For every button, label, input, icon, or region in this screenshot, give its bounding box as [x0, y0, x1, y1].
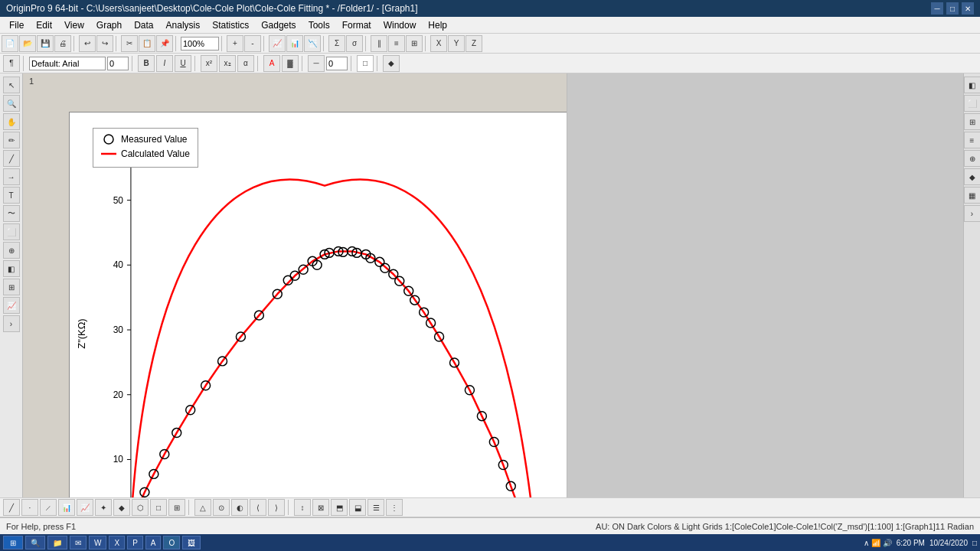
bt-dash-tool[interactable]: ⟋ — [40, 499, 57, 516]
symbol-btn[interactable]: α — [237, 55, 254, 72]
z-btn[interactable]: Z — [466, 35, 482, 52]
bt-rect-tool[interactable]: □ — [150, 499, 167, 516]
file-explorer-button[interactable]: 📁 — [47, 536, 67, 549]
rs-btn8[interactable]: › — [964, 205, 981, 222]
menu-item-window[interactable]: Window — [377, 18, 423, 32]
menu-item-format[interactable]: Format — [336, 18, 377, 32]
graph-container[interactable]: Measured Value Calculated Value — [69, 112, 567, 497]
bt-dot-tool[interactable]: · — [21, 499, 38, 516]
bt-checkboard-tool[interactable]: ⊠ — [312, 499, 329, 516]
italic-btn[interactable]: I — [156, 55, 173, 72]
close-button[interactable]: ✕ — [962, 2, 974, 15]
table-tool[interactable]: ⊞ — [3, 279, 20, 295]
bt-menu-tool[interactable]: ☰ — [368, 499, 384, 516]
rs-btn1[interactable]: ◧ — [964, 77, 981, 93]
graph-tool[interactable]: 📈 — [3, 297, 20, 314]
menu-item-data[interactable]: Data — [128, 18, 159, 32]
text-tool[interactable]: T — [3, 187, 20, 204]
bold-btn[interactable]: B — [138, 55, 155, 72]
start-button[interactable]: ⊞ — [3, 536, 23, 549]
search-button[interactable]: 🔍 — [25, 536, 45, 549]
paste-btn[interactable]: 📌 — [156, 35, 173, 52]
pointer-tool[interactable]: ↖ — [3, 77, 20, 93]
bt-updown-tool[interactable]: ↕ — [294, 499, 311, 516]
fmt-btn1[interactable]: ¶ — [3, 55, 20, 72]
mask-tool[interactable]: ◧ — [3, 260, 20, 277]
bt-dots-tool[interactable]: ⋮ — [386, 499, 403, 516]
menu-item-gadgets[interactable]: Gadgets — [255, 18, 302, 32]
new-btn[interactable]: 📄 — [2, 35, 18, 52]
menu-item-graph[interactable]: Graph — [90, 18, 128, 32]
redo-btn[interactable]: ↪ — [96, 35, 113, 52]
rs-btn6[interactable]: ◆ — [964, 168, 981, 185]
rs-btn7[interactable]: ▦ — [964, 187, 981, 204]
subscript-btn[interactable]: x₂ — [219, 55, 236, 72]
x-btn[interactable]: X — [430, 35, 447, 52]
color-btn[interactable]: A — [263, 55, 280, 72]
bt-line-tool[interactable]: ╱ — [3, 499, 20, 516]
zoom-in-btn[interactable]: + — [227, 35, 243, 52]
bt-hist-tool[interactable]: 📈 — [77, 499, 93, 516]
word-button[interactable]: W — [89, 536, 106, 549]
save-btn[interactable]: 💾 — [37, 35, 54, 52]
maximize-button[interactable]: □ — [946, 2, 959, 15]
nav-right-tool[interactable]: › — [3, 315, 20, 332]
ppt-button[interactable]: P — [127, 536, 143, 549]
bt-circ-tool[interactable]: ⊙ — [213, 499, 230, 516]
bt-half-tool[interactable]: ◐ — [231, 499, 248, 516]
fill-color-btn[interactable]: □ — [357, 55, 374, 72]
line-style-btn[interactable]: ─ — [308, 55, 325, 72]
rs-btn3[interactable]: ⊞ — [964, 113, 981, 130]
bt-hex-tool[interactable]: ⬡ — [132, 499, 149, 516]
menu-item-statistics[interactable]: Statistics — [206, 18, 255, 32]
y-btn[interactable]: Y — [448, 35, 465, 52]
zoom-tool[interactable]: 🔍 — [3, 95, 20, 112]
menu-item-file[interactable]: File — [3, 18, 30, 32]
region-tool[interactable]: ⬜ — [3, 223, 20, 240]
menu-item-help[interactable]: Help — [422, 18, 453, 32]
zoom-out-btn[interactable]: - — [244, 35, 261, 52]
undo-btn[interactable]: ↩ — [79, 35, 96, 52]
data-tool[interactable]: ⊕ — [3, 242, 20, 259]
linewidth-input[interactable] — [326, 57, 348, 70]
menu-item-analysis[interactable]: Analysis — [160, 18, 207, 32]
col-btn1[interactable]: ∥ — [371, 35, 387, 52]
bt-hatch-tool[interactable]: ⬒ — [331, 499, 348, 516]
font-select[interactable] — [29, 57, 106, 70]
rs-btn4[interactable]: ≡ — [964, 132, 981, 148]
zoom-input[interactable] — [181, 37, 219, 51]
cut-btn[interactable]: ✂ — [121, 35, 138, 52]
email-button[interactable]: ✉ — [70, 536, 87, 549]
marker-btn[interactable]: ◆ — [383, 55, 400, 72]
line-tool[interactable]: ╱ — [3, 150, 20, 167]
bt-bar-tool[interactable]: 📊 — [58, 499, 75, 516]
analysis-btn[interactable]: Σ — [328, 35, 345, 52]
highlight-btn[interactable]: ▓ — [282, 55, 299, 72]
underline-btn[interactable]: U — [175, 55, 191, 72]
bt-diamond-tool[interactable]: ◆ — [113, 499, 130, 516]
rs-btn2[interactable]: ⬜ — [964, 95, 981, 112]
bt-star-tool[interactable]: ✦ — [95, 499, 112, 516]
fontsize-input[interactable] — [107, 57, 129, 70]
graph-btn3[interactable]: 📉 — [304, 35, 321, 52]
bt-right-tool[interactable]: ⟩ — [268, 499, 285, 516]
taskbar-notif[interactable]: □ — [972, 539, 977, 547]
bt-left-tool[interactable]: ⟨ — [250, 499, 266, 516]
menu-item-view[interactable]: View — [58, 18, 90, 32]
superscript-btn[interactable]: x² — [201, 55, 217, 72]
print-btn[interactable]: 🖨 — [54, 35, 71, 52]
bt-tri-tool[interactable]: △ — [194, 499, 211, 516]
curve-tool[interactable]: 〜 — [3, 205, 20, 222]
graph-btn1[interactable]: 📈 — [269, 35, 286, 52]
col-btn3[interactable]: ⊞ — [406, 35, 423, 52]
rs-btn5[interactable]: ⊕ — [964, 150, 981, 167]
origin-button[interactable]: O — [163, 536, 180, 549]
minimize-button[interactable]: ─ — [931, 2, 943, 15]
draw-tool[interactable]: ✏ — [3, 132, 20, 148]
bt-grid-tool[interactable]: ⊞ — [168, 499, 185, 516]
stats-btn[interactable]: σ — [346, 35, 363, 52]
arrow-tool[interactable]: → — [3, 168, 20, 185]
pdf-button[interactable]: A — [145, 536, 162, 549]
bt-cross-tool[interactable]: ⬓ — [349, 499, 366, 516]
open-btn[interactable]: 📂 — [19, 35, 36, 52]
